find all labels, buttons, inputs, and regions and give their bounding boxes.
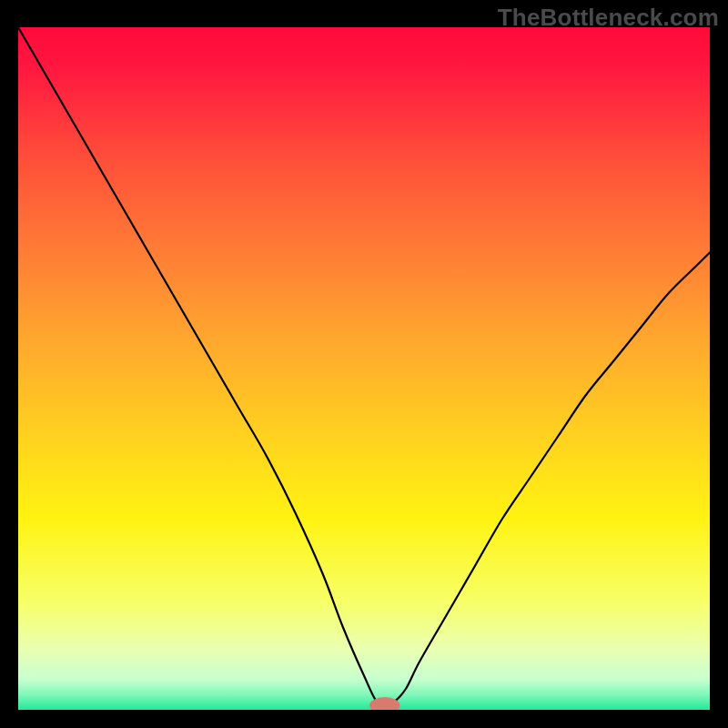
plot-area (18, 27, 710, 710)
chart-frame: TheBottleneck.com (0, 0, 728, 728)
watermark-text: TheBottleneck.com (498, 4, 719, 32)
chart-svg (18, 27, 710, 710)
